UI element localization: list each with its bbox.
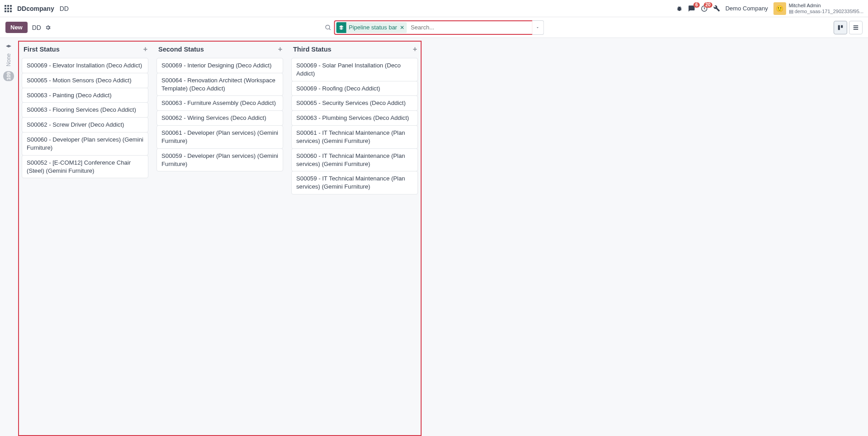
view-switcher [834, 21, 863, 34]
kanban-card[interactable]: S00062 - Screw Driver (Deco Addict) [22, 117, 148, 133]
search-options-toggle[interactable] [532, 20, 544, 35]
svg-rect-3 [841, 25, 843, 28]
user-name: Mitchell Admin [789, 3, 863, 9]
gear-icon[interactable] [45, 24, 51, 31]
kanban-card[interactable]: S00069 - Interior Designing (Deco Addict… [157, 58, 283, 73]
kanban-card[interactable]: S00059 - IT Technical Maintenance (Plan … [291, 171, 418, 194]
kanban-column: Second Status+S00069 - Interior Designin… [157, 43, 283, 171]
kanban-column-title: Second Status [158, 46, 204, 53]
list-view-button[interactable] [849, 21, 863, 34]
add-card-icon[interactable]: + [278, 45, 282, 53]
svg-rect-5 [854, 27, 859, 28]
rail-count-badge: 109 [3, 71, 14, 81]
top-nav: DDcompany DD 6 20 Demo Company 🙂 Mitchel… [0, 0, 868, 17]
breadcrumb-item[interactable]: DD [32, 24, 41, 31]
avatar: 🙂 [773, 2, 786, 15]
kanban-card[interactable]: S00061 - IT Technical Maintenance (Plan … [291, 125, 418, 149]
kanban-card[interactable]: S00069 - Roofing (Deco Addict) [291, 81, 418, 96]
svg-rect-2 [838, 25, 840, 30]
kanban-card[interactable]: S00064 - Renovation Architect (Workspace… [157, 73, 283, 96]
kanban-card[interactable]: S00065 - Security Services (Deco Addict) [291, 95, 418, 111]
facet-remove-icon[interactable]: ✕ [400, 24, 404, 31]
kanban-card[interactable]: S00063 - Plumbing Services (Deco Addict) [291, 110, 418, 126]
kanban-card[interactable]: S00063 - Painting (Deco Addict) [22, 88, 148, 103]
kanban-board: First Status+S00069 - Elevator Installat… [18, 41, 422, 436]
kanban-card[interactable]: S00062 - Wiring Services (Deco Addict) [157, 110, 283, 126]
search-input[interactable] [407, 21, 532, 34]
kanban-card[interactable]: S00060 - IT Technical Maintenance (Plan … [291, 148, 418, 172]
control-panel: New DD Pipeline status bar ✕ [0, 17, 868, 38]
search-area: Pipeline status bar ✕ [324, 20, 544, 35]
search-box[interactable]: Pipeline status bar ✕ [334, 20, 533, 35]
kanban-card[interactable]: S00063 - Furniture Assembly (Deco Addict… [157, 95, 283, 111]
rail-none-label[interactable]: None [5, 53, 12, 66]
add-card-icon[interactable]: + [413, 45, 417, 53]
kanban-view-button[interactable] [834, 21, 847, 34]
company-switcher[interactable]: Demo Company [726, 5, 768, 12]
kanban-column-title: First Status [24, 46, 60, 53]
user-menu[interactable]: 🙂 Mitchell Admin ▤ demo_saas-171_2902335… [773, 2, 863, 15]
kanban-column-header[interactable]: Third Status+ [291, 43, 418, 58]
kanban-card[interactable]: S00059 - Developer (Plan services) (Gemi… [157, 148, 283, 172]
kanban-column-header[interactable]: Second Status+ [157, 43, 283, 58]
kanban-card[interactable]: S00069 - Solar Panel Installation (Deco … [291, 58, 418, 81]
messages-badge: 6 [693, 2, 700, 8]
new-button[interactable]: New [5, 22, 28, 33]
kanban-card[interactable]: S00061 - Developer (Plan services) (Gemi… [157, 125, 283, 149]
messages-icon[interactable]: 6 [688, 5, 695, 12]
facet-label: Pipeline status bar [349, 24, 397, 31]
search-icon[interactable] [324, 24, 331, 31]
db-name: demo_saas-171_2902335f95... [795, 9, 863, 14]
bug-icon[interactable] [676, 5, 683, 12]
kanban-card[interactable]: S00060 - Developer (Plan services) (Gemi… [22, 132, 148, 156]
activities-badge: 20 [704, 2, 712, 8]
kanban-card[interactable]: S00065 - Motion Sensors (Deco Addict) [22, 73, 148, 88]
search-facet: Pipeline status bar ✕ [336, 22, 407, 33]
apps-icon[interactable] [5, 5, 12, 12]
kanban-area: ◂▸ None 109 First Status+S00069 - Elevat… [0, 38, 868, 436]
activities-icon[interactable]: 20 [701, 5, 708, 12]
kanban-card[interactable]: S00069 - Elevator Installation (Deco Add… [22, 58, 148, 73]
kanban-column: First Status+S00069 - Elevator Installat… [22, 43, 148, 178]
kanban-column-header[interactable]: First Status+ [22, 43, 148, 58]
stack-icon [336, 22, 346, 33]
kanban-column-title: Third Status [293, 46, 332, 53]
kanban-rail: ◂▸ None 109 [0, 41, 17, 436]
nav-menu-item[interactable]: DD [60, 5, 69, 12]
breadcrumb: DD [32, 24, 51, 31]
svg-rect-6 [854, 28, 859, 29]
brand-title[interactable]: DDcompany [17, 5, 54, 12]
tools-icon[interactable] [713, 5, 720, 12]
kanban-card[interactable]: S00052 - [E-COM12] Conference Chair (Ste… [22, 155, 148, 179]
kanban-column: Third Status+S00069 - Solar Panel Instal… [291, 43, 418, 194]
svg-point-1 [326, 25, 330, 29]
database-icon: ▤ [789, 9, 793, 14]
add-card-icon[interactable]: + [143, 45, 147, 53]
kanban-card[interactable]: S00063 - Flooring Services (Deco Addict) [22, 102, 148, 118]
rail-toggle-icon[interactable]: ◂▸ [6, 43, 11, 49]
svg-rect-4 [854, 25, 859, 26]
